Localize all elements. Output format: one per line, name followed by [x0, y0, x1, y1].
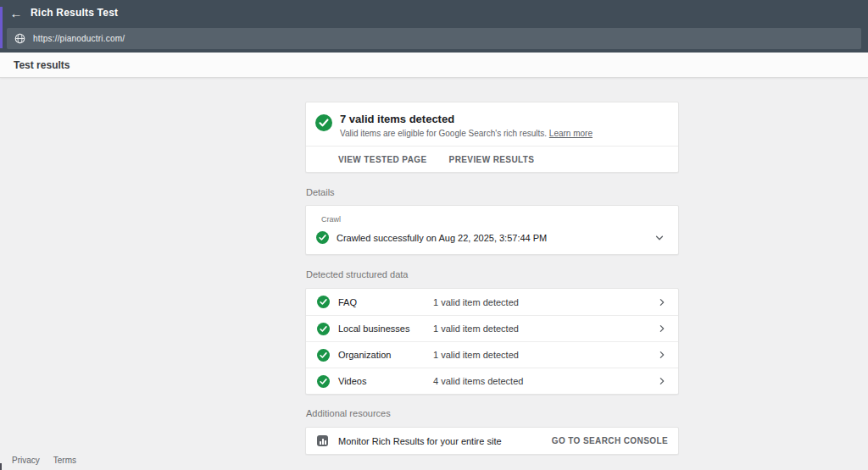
search-console-icon — [317, 435, 328, 446]
url-input[interactable]: https://pianoductri.com/ — [7, 28, 861, 49]
row-count: 1 valid item detected — [433, 297, 658, 307]
success-check-icon — [315, 114, 332, 131]
row-name: FAQ — [338, 297, 433, 307]
row-success-check-icon — [317, 323, 330, 335]
row-count: 1 valid item detected — [433, 350, 658, 360]
learn-more-link[interactable]: Learn more — [549, 129, 593, 138]
terms-link[interactable]: Terms — [53, 456, 76, 465]
summary-subtitle-text: Valid items are eligible for Google Sear… — [340, 129, 549, 138]
row-success-check-icon — [317, 349, 330, 362]
chevron-right-icon — [658, 298, 666, 307]
back-arrow-icon[interactable]: ← — [2, 0, 31, 25]
structured-data-row-videos[interactable]: Videos 4 valid items detected — [306, 368, 678, 394]
app-header: ← Rich Results Test — [0, 0, 868, 25]
details-section-label: Details — [306, 187, 679, 197]
crawl-status-row[interactable]: Crawled successfully on Aug 22, 2025, 3:… — [306, 231, 678, 244]
crawl-success-check-icon — [316, 231, 329, 244]
row-name: Local businesses — [338, 323, 433, 334]
structured-data-section-label: Detected structured data — [306, 269, 679, 279]
monitor-rich-results-label: Monitor Rich Results for your entire sit… — [338, 436, 552, 446]
summary-title: 7 valid items detected — [340, 113, 593, 125]
row-count: 1 valid item detected — [433, 323, 658, 334]
chevron-down-icon[interactable] — [654, 233, 665, 243]
globe-icon — [14, 33, 25, 44]
row-name: Videos — [338, 376, 433, 386]
chevron-right-icon — [658, 351, 666, 359]
row-success-check-icon — [317, 296, 330, 308]
row-name: Organization — [338, 350, 433, 360]
chevron-right-icon — [658, 324, 666, 333]
structured-data-row-faq[interactable]: FAQ 1 valid item detected — [306, 289, 678, 315]
footer: Privacy Terms — [12, 456, 76, 465]
tested-url: https://pianoductri.com/ — [33, 34, 125, 43]
main-content: 7 valid items detected Valid items are e… — [305, 78, 679, 455]
view-tested-page-button[interactable]: VIEW TESTED PAGE — [338, 155, 427, 164]
page-title: Test results — [14, 59, 70, 71]
row-count: 4 valid items detected — [433, 376, 658, 386]
privacy-link[interactable]: Privacy — [12, 456, 40, 465]
structured-data-list: FAQ 1 valid item detected Local business… — [305, 288, 679, 395]
crawl-card: Crawl Crawled successfully on Aug 22, 20… — [305, 205, 679, 255]
additional-resources-card: Monitor Rich Results for your entire sit… — [305, 427, 679, 455]
preview-results-button[interactable]: PREVIEW RESULTS — [449, 155, 535, 164]
summary-subtitle: Valid items are eligible for Google Sear… — [340, 129, 593, 138]
additional-resources-section-label: Additional resources — [306, 408, 679, 418]
edge-artifact-bottom — [0, 463, 2, 470]
app-title: Rich Results Test — [31, 7, 118, 19]
url-bar-row: https://pianoductri.com/ — [0, 25, 868, 53]
summary-card: 7 valid items detected Valid items are e… — [305, 102, 679, 173]
structured-data-row-local-businesses[interactable]: Local businesses 1 valid item detected — [306, 315, 678, 341]
test-results-bar: Test results — [0, 53, 868, 78]
edge-artifact — [0, 7, 3, 48]
crawl-status-text: Crawled successfully on Aug 22, 2025, 3:… — [337, 233, 654, 243]
chevron-right-icon — [658, 377, 666, 385]
go-to-search-console-button[interactable]: GO TO SEARCH CONSOLE — [552, 436, 668, 445]
structured-data-row-organization[interactable]: Organization 1 valid item detected — [306, 341, 678, 368]
row-success-check-icon — [317, 375, 330, 388]
crawl-label: Crawl — [321, 215, 678, 224]
